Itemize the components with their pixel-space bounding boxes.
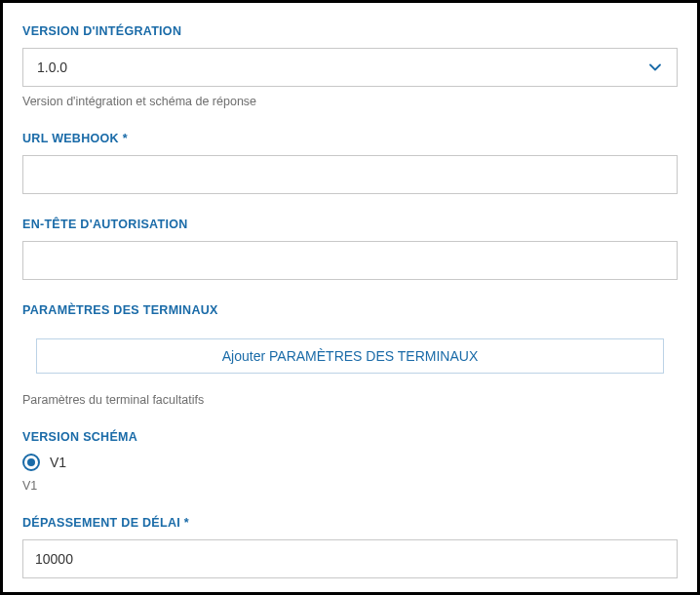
webhook-url-input[interactable] <box>22 155 678 194</box>
auth-header-input[interactable] <box>22 241 678 280</box>
timeout-input[interactable] <box>22 539 678 578</box>
terminal-params-helper: Paramètres du terminal facultatifs <box>22 393 678 407</box>
schema-version-field: VERSION SCHÉMA V1 V1 <box>22 430 678 493</box>
schema-version-option-label: V1 <box>50 455 66 470</box>
schema-version-label: VERSION SCHÉMA <box>22 430 678 444</box>
auth-header-field: EN-TÊTE D'AUTORISATION <box>22 218 678 280</box>
timeout-field: DÉPASSEMENT DE DÉLAI * <box>22 516 678 578</box>
add-terminal-params-button[interactable]: Ajouter PARAMÈTRES DES TERMINAUX <box>36 338 664 374</box>
integration-version-helper: Version d'intégration et schéma de répon… <box>22 95 678 108</box>
webhook-url-label: URL WEBHOOK * <box>22 132 678 145</box>
radio-icon <box>22 454 40 471</box>
chevron-down-icon <box>647 60 663 75</box>
integration-version-label: VERSION D'INTÉGRATION <box>22 24 678 38</box>
webhook-url-field: URL WEBHOOK * <box>22 132 678 194</box>
integration-version-value: 1.0.0 <box>37 60 67 75</box>
auth-header-label: EN-TÊTE D'AUTORISATION <box>22 218 678 231</box>
radio-checked-icon <box>27 458 35 466</box>
integration-version-field: VERSION D'INTÉGRATION 1.0.0 Version d'in… <box>22 24 678 108</box>
terminal-params-label: PARAMÈTRES DES TERMINAUX <box>22 303 678 317</box>
terminal-params-button-row: Ajouter PARAMÈTRES DES TERMINAUX <box>22 327 678 385</box>
integration-version-select[interactable]: 1.0.0 <box>22 48 678 87</box>
terminal-params-field: PARAMÈTRES DES TERMINAUX Ajouter PARAMÈT… <box>22 303 678 407</box>
schema-version-helper: V1 <box>22 479 678 493</box>
schema-version-option-v1[interactable]: V1 <box>22 454 678 471</box>
timeout-label: DÉPASSEMENT DE DÉLAI * <box>22 516 678 530</box>
